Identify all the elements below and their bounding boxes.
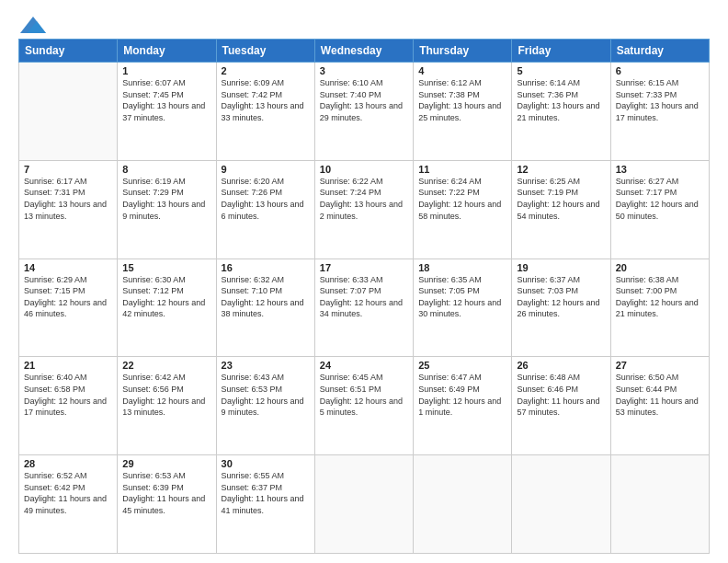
- col-friday: Friday: [512, 40, 610, 63]
- day-number: 24: [320, 360, 408, 371]
- day-number: 22: [122, 360, 210, 371]
- sunset: Sunset: 7:03 PM: [517, 286, 578, 295]
- calendar-week-row: 7 Sunrise: 6:17 AM Sunset: 7:31 PM Dayli…: [19, 160, 710, 259]
- day-info: Sunrise: 6:45 AM Sunset: 6:51 PM Dayligh…: [320, 372, 408, 418]
- day-number: 10: [320, 164, 408, 175]
- daylight: Daylight: 12 hours and 42 minutes.: [122, 298, 205, 319]
- table-row: 1 Sunrise: 6:07 AM Sunset: 7:45 PM Dayli…: [118, 63, 216, 161]
- sunrise: Sunrise: 6:38 AM: [616, 275, 679, 284]
- table-row: 16 Sunrise: 6:32 AM Sunset: 7:10 PM Dayl…: [216, 259, 314, 357]
- table-row: 13 Sunrise: 6:27 AM Sunset: 7:17 PM Dayl…: [610, 160, 709, 259]
- day-info: Sunrise: 6:42 AM Sunset: 6:56 PM Dayligh…: [122, 372, 210, 418]
- table-row: 6 Sunrise: 6:15 AM Sunset: 7:33 PM Dayli…: [610, 63, 709, 161]
- day-number: 28: [24, 458, 112, 469]
- table-row: 5 Sunrise: 6:14 AM Sunset: 7:36 PM Dayli…: [512, 63, 610, 161]
- table-row: 19 Sunrise: 6:37 AM Sunset: 7:03 PM Dayl…: [512, 259, 610, 357]
- col-saturday: Saturday: [610, 40, 709, 63]
- day-number: 25: [418, 360, 506, 371]
- day-info: Sunrise: 6:12 AM Sunset: 7:38 PM Dayligh…: [418, 77, 506, 123]
- day-info: Sunrise: 6:52 AM Sunset: 6:42 PM Dayligh…: [24, 470, 112, 516]
- day-number: 4: [418, 65, 506, 76]
- day-info: Sunrise: 6:33 AM Sunset: 7:07 PM Dayligh…: [320, 274, 408, 320]
- sunrise: Sunrise: 6:50 AM: [616, 373, 679, 382]
- daylight: Daylight: 13 hours and 37 minutes.: [122, 101, 205, 122]
- day-number: 5: [517, 65, 605, 76]
- day-number: 1: [122, 65, 210, 76]
- daylight: Daylight: 12 hours and 26 minutes.: [517, 298, 599, 319]
- day-info: Sunrise: 6:50 AM Sunset: 6:44 PM Dayligh…: [616, 372, 704, 418]
- sunrise: Sunrise: 6:29 AM: [24, 275, 87, 284]
- day-info: Sunrise: 6:35 AM Sunset: 7:05 PM Dayligh…: [418, 274, 506, 320]
- sunset: Sunset: 6:53 PM: [222, 385, 283, 394]
- table-row: 29 Sunrise: 6:53 AM Sunset: 6:39 PM Dayl…: [118, 455, 216, 554]
- day-info: Sunrise: 6:43 AM Sunset: 6:53 PM Dayligh…: [222, 372, 310, 418]
- day-info: Sunrise: 6:09 AM Sunset: 7:42 PM Dayligh…: [222, 77, 310, 123]
- logo-icon: [20, 17, 46, 33]
- table-row: [610, 455, 709, 554]
- day-number: 9: [222, 164, 310, 175]
- col-sunday: Sunday: [19, 40, 118, 63]
- day-number: 21: [24, 360, 112, 371]
- daylight: Daylight: 13 hours and 25 minutes.: [418, 101, 501, 122]
- day-number: 26: [517, 360, 605, 371]
- daylight: Daylight: 12 hours and 13 minutes.: [122, 396, 205, 418]
- sunrise: Sunrise: 6:33 AM: [320, 275, 383, 284]
- sunset: Sunset: 6:51 PM: [320, 385, 381, 394]
- day-info: Sunrise: 6:32 AM Sunset: 7:10 PM Dayligh…: [222, 274, 310, 320]
- daylight: Daylight: 12 hours and 46 minutes.: [24, 298, 107, 319]
- daylight: Daylight: 12 hours and 30 minutes.: [418, 298, 501, 319]
- day-info: Sunrise: 6:25 AM Sunset: 7:19 PM Dayligh…: [517, 176, 605, 222]
- calendar-week-row: 14 Sunrise: 6:29 AM Sunset: 7:15 PM Dayl…: [19, 259, 710, 357]
- sunset: Sunset: 6:49 PM: [418, 385, 480, 394]
- sunset: Sunset: 6:44 PM: [616, 385, 677, 394]
- day-info: Sunrise: 6:53 AM Sunset: 6:39 PM Dayligh…: [122, 470, 210, 516]
- sunrise: Sunrise: 6:40 AM: [24, 373, 87, 382]
- sunset: Sunset: 6:37 PM: [222, 483, 283, 492]
- daylight: Daylight: 12 hours and 1 minute.: [418, 396, 501, 418]
- table-row: 28 Sunrise: 6:52 AM Sunset: 6:42 PM Dayl…: [19, 455, 118, 554]
- table-row: 9 Sunrise: 6:20 AM Sunset: 7:26 PM Dayli…: [216, 160, 314, 259]
- day-info: Sunrise: 6:10 AM Sunset: 7:40 PM Dayligh…: [320, 77, 408, 123]
- sunrise: Sunrise: 6:48 AM: [517, 373, 580, 382]
- sunset: Sunset: 6:42 PM: [24, 483, 85, 492]
- sunset: Sunset: 7:31 PM: [24, 188, 85, 197]
- table-row: 2 Sunrise: 6:09 AM Sunset: 7:42 PM Dayli…: [216, 63, 314, 161]
- sunrise: Sunrise: 6:30 AM: [122, 275, 186, 284]
- table-row: 24 Sunrise: 6:45 AM Sunset: 6:51 PM Dayl…: [314, 357, 413, 455]
- day-number: 16: [222, 262, 310, 273]
- sunrise: Sunrise: 6:37 AM: [517, 275, 580, 284]
- table-row: 17 Sunrise: 6:33 AM Sunset: 7:07 PM Dayl…: [314, 259, 413, 357]
- day-info: Sunrise: 6:55 AM Sunset: 6:37 PM Dayligh…: [222, 470, 310, 516]
- sunrise: Sunrise: 6:10 AM: [320, 78, 383, 87]
- sunset: Sunset: 7:22 PM: [418, 188, 480, 197]
- day-number: 18: [418, 262, 506, 273]
- daylight: Daylight: 13 hours and 33 minutes.: [222, 101, 304, 122]
- day-info: Sunrise: 6:27 AM Sunset: 7:17 PM Dayligh…: [616, 176, 704, 222]
- table-row: 18 Sunrise: 6:35 AM Sunset: 7:05 PM Dayl…: [414, 259, 512, 357]
- table-row: 3 Sunrise: 6:10 AM Sunset: 7:40 PM Dayli…: [314, 63, 413, 161]
- sunset: Sunset: 7:24 PM: [320, 188, 381, 197]
- table-row: 26 Sunrise: 6:48 AM Sunset: 6:46 PM Dayl…: [512, 357, 610, 455]
- daylight: Daylight: 11 hours and 49 minutes.: [24, 494, 107, 515]
- sunrise: Sunrise: 6:53 AM: [122, 471, 186, 480]
- col-wednesday: Wednesday: [314, 40, 413, 63]
- sunrise: Sunrise: 6:07 AM: [122, 78, 186, 87]
- sunset: Sunset: 7:12 PM: [122, 286, 184, 295]
- table-row: 14 Sunrise: 6:29 AM Sunset: 7:15 PM Dayl…: [19, 259, 118, 357]
- table-row: 7 Sunrise: 6:17 AM Sunset: 7:31 PM Dayli…: [19, 160, 118, 259]
- day-info: Sunrise: 6:22 AM Sunset: 7:24 PM Dayligh…: [320, 176, 408, 222]
- daylight: Daylight: 12 hours and 38 minutes.: [222, 298, 304, 319]
- sunrise: Sunrise: 6:15 AM: [616, 78, 679, 87]
- daylight: Daylight: 13 hours and 6 minutes.: [222, 200, 304, 221]
- day-info: Sunrise: 6:29 AM Sunset: 7:15 PM Dayligh…: [24, 274, 112, 320]
- daylight: Daylight: 11 hours and 53 minutes.: [616, 396, 699, 418]
- table-row: 8 Sunrise: 6:19 AM Sunset: 7:29 PM Dayli…: [118, 160, 216, 259]
- calendar-week-row: 28 Sunrise: 6:52 AM Sunset: 6:42 PM Dayl…: [19, 455, 710, 554]
- calendar-week-row: 1 Sunrise: 6:07 AM Sunset: 7:45 PM Dayli…: [19, 63, 710, 161]
- sunrise: Sunrise: 6:32 AM: [222, 275, 285, 284]
- day-number: 6: [616, 65, 704, 76]
- sunset: Sunset: 7:26 PM: [222, 188, 283, 197]
- sunset: Sunset: 7:36 PM: [517, 90, 578, 99]
- day-number: 17: [320, 262, 408, 273]
- table-row: 21 Sunrise: 6:40 AM Sunset: 6:58 PM Dayl…: [19, 357, 118, 455]
